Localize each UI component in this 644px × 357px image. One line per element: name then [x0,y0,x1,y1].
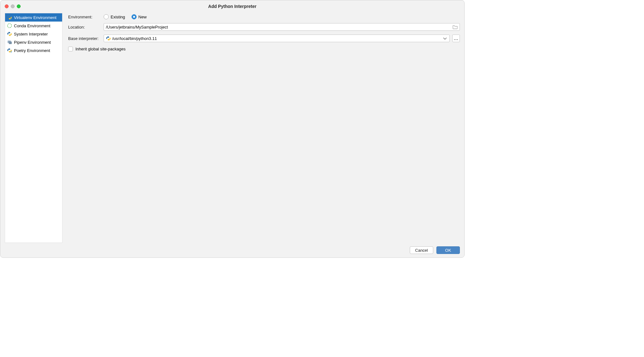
sidebar-item-pipenv[interactable]: Pipenv Environment [5,38,62,46]
radio-new-option[interactable]: New [132,14,147,19]
base-interpreter-label: Base interpreter: [68,36,104,41]
sidebar-item-label: Poetry Environment [14,48,50,53]
base-interpreter-combo[interactable]: /usr/local/bin/python3.11 [104,35,450,42]
conda-icon [7,23,12,28]
inherit-row[interactable]: Inherit global site-packages [68,47,460,51]
sidebar-item-conda[interactable]: Conda Environment [5,22,62,30]
titlebar: Add Python Interpreter [0,0,464,12]
browse-folder-icon[interactable] [453,24,458,29]
ok-button[interactable]: OK [436,246,460,254]
inherit-label: Inherit global site-packages [75,47,126,51]
sidebar-item-label: Conda Environment [14,23,50,28]
main-panel: Environment: Existing New Location: [62,12,460,243]
radio-existing-label: Existing [111,15,125,19]
radio-existing[interactable] [104,14,109,19]
radio-new-label: New [138,15,147,19]
pipenv-icon [7,40,12,45]
interpreter-type-list: Virtualenv Environment Conda Environment… [5,13,62,243]
dialog-content: Virtualenv Environment Conda Environment… [0,12,464,243]
location-field-wrap [104,23,460,31]
sidebar-item-label: Virtualenv Environment [14,15,56,20]
cancel-button[interactable]: Cancel [410,246,433,254]
chevron-down-icon [442,36,448,41]
dialog-footer: Cancel OK [0,243,464,257]
sidebar-item-virtualenv[interactable]: Virtualenv Environment [5,13,62,22]
python-icon [106,36,111,41]
python-poetry-icon [7,48,12,53]
location-row: Location: [68,23,460,31]
location-label: Location: [68,25,104,29]
radio-existing-option[interactable]: Existing [104,14,125,19]
window-title: Add Python Interpreter [0,4,464,9]
environment-label: Environment: [68,15,104,19]
sidebar-item-system[interactable]: System Interpreter [5,30,62,38]
window-controls [0,4,21,8]
browse-interpreter-button[interactable]: ... [452,35,460,42]
python-icon [7,31,12,36]
environment-radio-group: Existing New [104,14,147,19]
python-virtualenv-icon [7,15,12,20]
inherit-checkbox[interactable] [68,47,73,51]
location-input[interactable] [106,25,453,29]
add-interpreter-dialog: Add Python Interpreter Virtualenv Enviro… [0,0,465,258]
close-window-button[interactable] [5,4,9,8]
minimize-window-button [11,4,15,8]
sidebar-item-poetry[interactable]: Poetry Environment [5,46,62,55]
base-interpreter-row: Base interpreter: /usr/local/bin/python3… [68,35,460,42]
environment-row: Environment: Existing New [68,14,460,19]
sidebar-item-label: System Interpreter [14,32,48,36]
sidebar-item-label: Pipenv Environment [14,40,51,45]
base-interpreter-value: /usr/local/bin/python3.11 [112,36,441,41]
radio-new[interactable] [132,14,137,19]
zoom-window-button[interactable] [17,4,21,8]
